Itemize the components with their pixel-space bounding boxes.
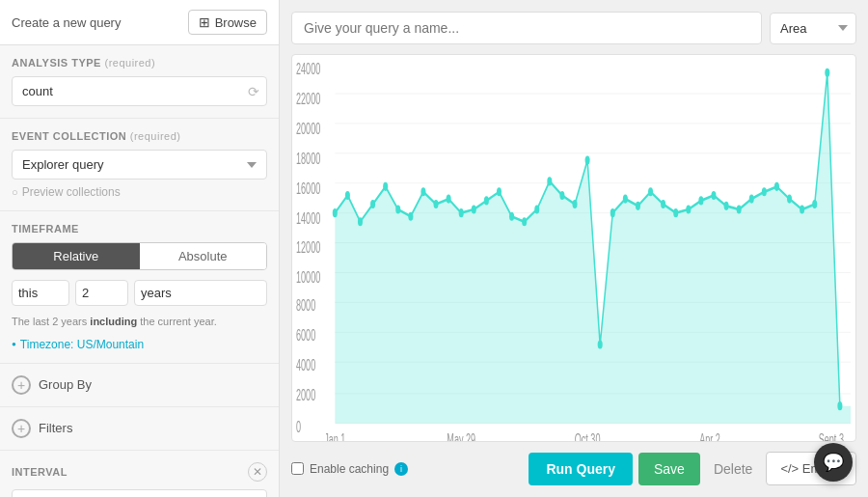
main-area: Area Line Bar Table 0 2000 4000 6000 800… [280,0,868,497]
delete-button[interactable]: Delete [706,453,760,485]
search-icon: ○ [12,186,18,198]
svg-point-42 [547,177,552,185]
timeframe-section: Timeframe Relative Absolute this last 1 … [0,211,279,364]
analysis-type-label: Analysis Type (required) [12,57,267,69]
chat-bubble-button[interactable]: 💬 [814,443,853,482]
action-buttons: Run Query Save Delete </> Embed [529,452,856,485]
filters-label: Filters [39,421,72,435]
filters-plus-icon: + [12,419,31,438]
svg-text:22000: 22000 [296,90,320,108]
svg-point-34 [447,195,451,204]
interval-close-icon[interactable]: ✕ [248,462,267,482]
query-name-input[interactable] [291,12,762,44]
svg-point-64 [825,69,829,77]
svg-point-59 [762,187,767,196]
absolute-tab[interactable]: Absolute [140,243,267,269]
browse-label: Browse [215,15,257,30]
svg-point-30 [395,205,400,213]
svg-point-56 [724,202,729,210]
svg-point-38 [497,187,502,196]
svg-point-48 [623,195,628,204]
timezone-dot-icon: ● [12,340,16,348]
group-by-row[interactable]: + Group By [0,364,279,407]
sidebar: Create a new query ⊞ Browse Analysis Typ… [0,0,280,497]
timeframe-hint: The last 2 years including the current y… [12,314,267,330]
chart-container: 0 2000 4000 6000 8000 10000 12000 14000 … [291,54,856,442]
analysis-input[interactable] [12,76,267,106]
svg-text:6000: 6000 [296,327,315,345]
svg-text:0: 0 [296,418,301,436]
enable-caching-checkbox[interactable] [291,462,304,475]
analysis-refresh-icon[interactable]: ⟳ [248,84,259,99]
save-button[interactable]: Save [638,453,700,485]
svg-point-35 [459,208,464,217]
run-query-button[interactable]: Run Query [529,453,633,485]
preview-collections-link[interactable]: ○ Preview collections [12,185,267,199]
svg-point-44 [572,200,577,208]
svg-point-53 [686,205,691,213]
interval-header: Interval ✕ [12,462,267,482]
area-chart: 0 2000 4000 6000 8000 10000 12000 14000 … [292,55,855,441]
svg-point-65 [837,401,842,410]
svg-point-29 [383,182,388,191]
interval-select[interactable]: weekly daily monthly [12,489,267,498]
svg-point-36 [472,205,476,213]
svg-point-41 [534,205,539,213]
svg-text:2000: 2000 [296,386,315,404]
svg-point-27 [358,217,363,226]
svg-point-51 [661,200,665,208]
svg-text:24000: 24000 [296,60,320,78]
svg-point-60 [774,182,779,191]
cache-row: Enable caching i [291,462,408,476]
event-collection-select[interactable]: Explorer query [12,150,267,179]
interval-label: Interval [12,466,68,478]
svg-point-33 [434,200,439,208]
svg-text:Sept 3: Sept 3 [819,430,844,441]
svg-text:12000: 12000 [296,239,320,258]
svg-point-50 [648,187,653,196]
event-collection-section: Event Collection (required) Explorer que… [0,119,279,211]
event-collection-label: Event Collection (required) [12,130,267,142]
sidebar-header: Create a new query ⊞ Browse [0,0,279,45]
timeframe-tabs: Relative Absolute [12,242,267,270]
svg-point-26 [345,191,350,200]
analysis-input-wrap: ⟳ [12,76,267,106]
browse-icon: ⊞ [199,14,210,30]
timeframe-unit-select[interactable]: days weeks months years [134,280,267,306]
svg-point-57 [737,205,742,213]
svg-point-47 [610,208,615,217]
svg-point-46 [598,340,603,348]
svg-point-45 [585,156,590,165]
timeframe-this-select[interactable]: this last [12,280,69,306]
svg-text:Apr 2: Apr 2 [699,430,720,441]
timeframe-label: Timeframe [12,223,267,235]
svg-point-49 [636,202,640,210]
filters-row[interactable]: + Filters [0,407,279,451]
svg-text:Oct 30: Oct 30 [575,430,601,441]
svg-text:Jan 1: Jan 1 [324,430,345,441]
relative-tab[interactable]: Relative [13,243,140,269]
browse-button[interactable]: ⊞ Browse [188,10,267,35]
group-by-plus-icon: + [12,375,31,395]
interval-section: Interval ✕ weekly daily monthly [0,451,279,498]
svg-text:14000: 14000 [296,209,320,228]
timezone-link[interactable]: ● Timezone: US/Mountain [12,338,267,351]
bottom-bar: Enable caching i Run Query Save Delete <… [291,452,856,485]
svg-point-54 [698,196,703,205]
enable-caching-label: Enable caching [310,462,389,476]
svg-point-32 [420,187,425,196]
svg-text:16000: 16000 [296,179,320,198]
svg-point-63 [812,200,817,208]
chart-type-select[interactable]: Area Line Bar Table [770,13,856,44]
top-bar: Area Line Bar Table [291,12,856,44]
svg-point-40 [522,217,527,226]
caching-info-icon[interactable]: i [394,462,408,476]
svg-point-52 [673,208,678,217]
bottom-bar-left: Enable caching i [291,462,408,476]
timeframe-number-select[interactable]: 1 2 3 5 [75,280,128,306]
svg-text:8000: 8000 [296,297,315,316]
svg-text:10000: 10000 [296,269,320,288]
svg-text:May 29: May 29 [447,430,475,441]
svg-text:18000: 18000 [296,150,320,168]
svg-point-31 [408,212,413,221]
